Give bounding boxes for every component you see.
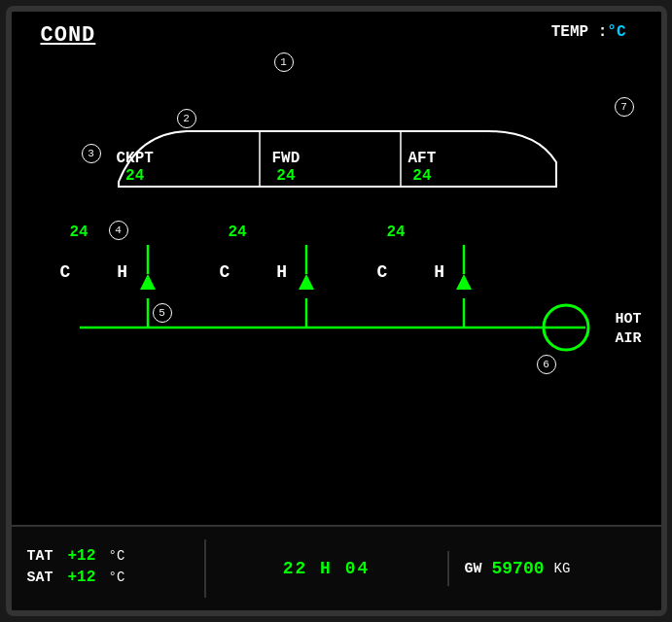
tat-unit: °C: [109, 548, 125, 564]
temp-label: TEMP :°C: [551, 23, 626, 41]
sat-unit: °C: [109, 570, 125, 585]
hot-air-line2: AIR: [615, 329, 641, 349]
svg-marker-9: [140, 274, 156, 290]
gw-label: GW: [465, 561, 482, 577]
zone-ckpt-temp: 24: [117, 167, 154, 185]
status-center: 22 H 04: [206, 559, 447, 578]
zone-aft-label: AFT: [408, 150, 437, 167]
temp-text: TEMP :: [551, 23, 608, 41]
tat-value: +12: [68, 547, 103, 565]
hot-air-line1: HOT: [615, 310, 641, 329]
status-left: TAT +12 °C SAT +12 °C: [12, 539, 206, 598]
gw-value: 59700: [492, 559, 545, 578]
sat-label: SAT: [27, 570, 62, 586]
valve-group-3: C H: [377, 262, 445, 282]
svg-marker-11: [456, 274, 472, 290]
zone-aft-temp: 24: [408, 167, 437, 185]
zone-ckpt-label: CKPT: [117, 150, 154, 167]
valve-c-1: C: [60, 262, 71, 282]
screen-outer: COND TEMP :°C 1 2 3 4 5 6 7 CKPT 24: [6, 6, 667, 616]
circle-6: 6: [537, 355, 556, 374]
valve-group-2: C H: [220, 262, 288, 282]
status-bar: TAT +12 °C SAT +12 °C 22 H 04 GW 59700 K…: [12, 525, 661, 610]
valve-h-2: H: [276, 262, 287, 282]
circle-1: 1: [274, 52, 294, 72]
sat-value: +12: [68, 569, 103, 586]
tat-row: TAT +12 °C: [27, 547, 189, 565]
valve-group-1: C H: [60, 262, 128, 282]
tat-label: TAT: [27, 548, 62, 565]
page-title: COND: [41, 23, 96, 48]
valve-temp-3: 24: [387, 224, 406, 241]
valve-temp-2: 24: [229, 224, 247, 241]
zone-ckpt: CKPT 24: [117, 150, 154, 185]
valve-h-1: H: [117, 262, 127, 282]
main-area: COND TEMP :°C 1 2 3 4 5 6 7 CKPT 24: [12, 12, 661, 525]
circle-7: 7: [615, 97, 634, 117]
time-display: 22 H 04: [283, 559, 371, 578]
sat-row: SAT +12 °C: [27, 569, 189, 586]
pipes-diagram: [70, 245, 605, 352]
zone-aft: AFT 24: [408, 150, 437, 185]
valve-h-3: H: [434, 262, 444, 282]
valve-c-2: C: [220, 262, 230, 282]
svg-marker-10: [299, 274, 314, 290]
temp-unit: °C: [607, 23, 625, 41]
zone-fwd-label: FWD: [272, 150, 301, 167]
hot-air-label: HOT AIR: [615, 310, 641, 348]
circle-4: 4: [109, 221, 128, 240]
cabin-outline: [109, 123, 566, 196]
gw-unit: KG: [554, 561, 571, 576]
circle-3: 3: [82, 144, 101, 163]
valve-c-3: C: [377, 262, 388, 282]
zone-fwd-temp: 24: [272, 167, 301, 185]
zone-fwd: FWD 24: [272, 150, 301, 185]
valve-temp-1: 24: [70, 224, 88, 241]
status-right: GW 59700 KG: [447, 551, 661, 586]
